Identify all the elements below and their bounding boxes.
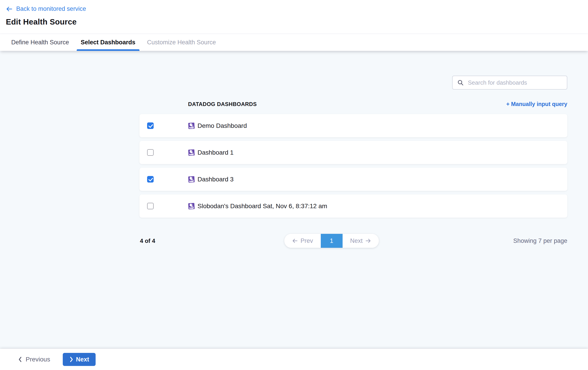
search-row (0, 51, 588, 90)
manually-input-query-link[interactable]: + Manually input query (506, 101, 567, 107)
next-label: Next (350, 238, 363, 244)
datadog-logo-icon (188, 176, 195, 183)
pagination-row: 4 of 4 Prev 1 Next (139, 234, 567, 248)
dashboard-list-area: DATADOG DASHBOARDS + Manually input quer… (139, 101, 567, 248)
datadog-logo-icon (188, 122, 195, 129)
dashboard-name: Dashboard 1 (198, 149, 233, 156)
arrow-right-icon (365, 238, 371, 244)
arrow-left-icon (292, 238, 298, 244)
dashboard-search-box (452, 76, 567, 90)
dashboard-row[interactable]: Dashboard 3 (139, 168, 567, 191)
dashboard-name: Demo Dashboard (198, 122, 247, 130)
pagination-prev-button[interactable]: Prev (284, 234, 321, 248)
pagination-page-1[interactable]: 1 (321, 234, 343, 248)
tab-bar: Define Health Source Select Dashboards C… (0, 34, 588, 51)
tab-define-health-source[interactable]: Define Health Source (7, 34, 73, 51)
item-count-label: 4 of 4 (140, 238, 155, 244)
arrow-left-icon (6, 6, 13, 12)
pagination-next-button[interactable]: Next (343, 234, 379, 248)
per-page-label: Showing 7 per page (513, 238, 567, 244)
chevron-right-icon (69, 357, 73, 362)
chevron-left-icon (18, 357, 22, 362)
prev-label: Prev (301, 238, 313, 244)
dashboard-name-cell: Dashboard 3 (188, 176, 233, 183)
dashboard-name-cell: Slobodan's Dashboard Sat, Nov 6, 8:37:12… (188, 203, 327, 210)
next-label: Next (76, 356, 89, 363)
dashboard-row[interactable]: Slobodan's Dashboard Sat, Nov 6, 8:37:12… (139, 195, 567, 218)
datadog-logo-icon (188, 203, 195, 209)
dashboard-checkbox[interactable] (147, 122, 154, 129)
datadog-logo-icon (188, 149, 195, 156)
previous-label: Previous (26, 356, 50, 363)
dashboard-name-cell: Dashboard 1 (188, 149, 233, 156)
dashboard-name: Dashboard 3 (198, 176, 233, 183)
dashboard-row[interactable]: Demo Dashboard (139, 114, 567, 137)
dashboard-name-cell: Demo Dashboard (188, 122, 247, 130)
tab-label: Select Dashboards (81, 39, 136, 46)
wizard-footer: Previous Next (0, 349, 588, 370)
page-title: Edit Health Source (6, 17, 588, 26)
back-link-label: Back to monitored service (16, 5, 86, 12)
content-area: DATADOG DASHBOARDS + Manually input quer… (0, 51, 588, 349)
search-input[interactable] (467, 79, 562, 87)
tab-select-dashboards[interactable]: Select Dashboards (77, 34, 139, 51)
previous-button[interactable]: Previous (18, 356, 50, 363)
dashboard-checkbox[interactable] (147, 149, 154, 156)
back-to-monitored-service-link[interactable]: Back to monitored service (6, 5, 588, 12)
list-header: DATADOG DASHBOARDS + Manually input quer… (139, 101, 567, 107)
page-header: Back to monitored service Edit Health So… (0, 0, 588, 51)
next-button[interactable]: Next (63, 353, 96, 366)
pager: Prev 1 Next (284, 234, 379, 248)
column-header: DATADOG DASHBOARDS (139, 101, 257, 107)
tab-label: Define Health Source (11, 39, 69, 46)
search-icon (457, 79, 464, 86)
tab-customize-health-source[interactable]: Customize Health Source (143, 34, 220, 51)
dashboard-checkbox[interactable] (147, 176, 154, 183)
tab-label: Customize Health Source (147, 39, 216, 46)
dashboard-row[interactable]: Dashboard 1 (139, 141, 567, 164)
dashboard-checkbox[interactable] (147, 203, 154, 209)
dashboard-name: Slobodan's Dashboard Sat, Nov 6, 8:37:12… (198, 203, 327, 210)
dashboard-rows: Demo Dashboard (139, 114, 567, 218)
